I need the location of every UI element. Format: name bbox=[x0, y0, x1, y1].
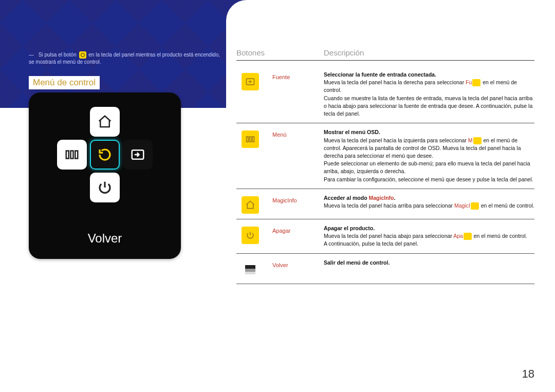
page-number: 18 bbox=[522, 367, 534, 381]
header-note: Si pulsa el botón en la tecla del panel … bbox=[29, 51, 224, 66]
label-apagar: Apagar bbox=[272, 225, 324, 248]
power-icon bbox=[242, 227, 259, 244]
volver-icon bbox=[242, 261, 259, 278]
label-fuente: Fuente bbox=[272, 71, 324, 118]
inline-menu-icon bbox=[473, 137, 482, 144]
key-power[interactable] bbox=[90, 173, 120, 202]
inline-power-icon bbox=[464, 233, 472, 240]
row-volver: Volver Salir del menú de control. bbox=[236, 254, 534, 284]
desc-menu: Mostrar el menú OSD. Mueva la tecla del … bbox=[324, 128, 534, 183]
svg-rect-5 bbox=[247, 137, 248, 142]
source-icon bbox=[242, 73, 259, 90]
row-menu: Menú Mostrar el menú OSD. Mueva la tecla… bbox=[236, 123, 534, 189]
key-source[interactable] bbox=[123, 140, 153, 170]
note-text-pre: Si pulsa el botón bbox=[39, 52, 77, 58]
jog-icon bbox=[79, 51, 86, 59]
dpad bbox=[29, 102, 181, 230]
volver-label: Volver bbox=[29, 231, 181, 246]
key-return[interactable] bbox=[90, 140, 120, 170]
svg-rect-7 bbox=[252, 137, 254, 142]
inline-magic-icon bbox=[471, 202, 479, 210]
th-description: Descripción bbox=[324, 48, 534, 57]
svg-rect-1 bbox=[71, 151, 73, 159]
svg-rect-0 bbox=[66, 151, 69, 159]
table-header: Botones Descripción bbox=[236, 48, 534, 61]
row-magicinfo: MagicInfo Acceder al modo MagicInfo. Mue… bbox=[236, 189, 534, 219]
desc-fuente: Seleccionar la fuente de entrada conecta… bbox=[324, 71, 534, 118]
svg-rect-6 bbox=[249, 137, 251, 142]
svg-rect-2 bbox=[75, 151, 78, 159]
magicinfo-icon bbox=[242, 196, 259, 214]
desc-volver: Salir del menú de control. bbox=[324, 259, 534, 278]
section-title: Menú de control bbox=[29, 76, 100, 89]
control-menu-panel: Volver bbox=[29, 92, 181, 259]
label-menu: Menú bbox=[272, 128, 324, 183]
desc-magicinfo: Acceder al modo MagicInfo. Mueva la tecl… bbox=[324, 194, 534, 214]
row-apagar: Apagar Apagar el producto. Mueva la tecl… bbox=[236, 219, 534, 254]
key-home[interactable] bbox=[90, 107, 120, 137]
th-buttons: Botones bbox=[236, 48, 324, 57]
key-menu[interactable] bbox=[57, 140, 87, 170]
desc-apagar: Apagar el producto. Mueva la tecla del p… bbox=[324, 225, 534, 248]
buttons-table: Botones Descripción Fuente Seleccionar l… bbox=[236, 48, 534, 284]
row-fuente: Fuente Seleccionar la fuente de entrada … bbox=[236, 66, 534, 123]
label-volver: Volver bbox=[272, 259, 324, 278]
menu-icon bbox=[242, 130, 259, 148]
label-magicinfo: MagicInfo bbox=[272, 194, 324, 214]
inline-source-icon bbox=[472, 79, 480, 86]
